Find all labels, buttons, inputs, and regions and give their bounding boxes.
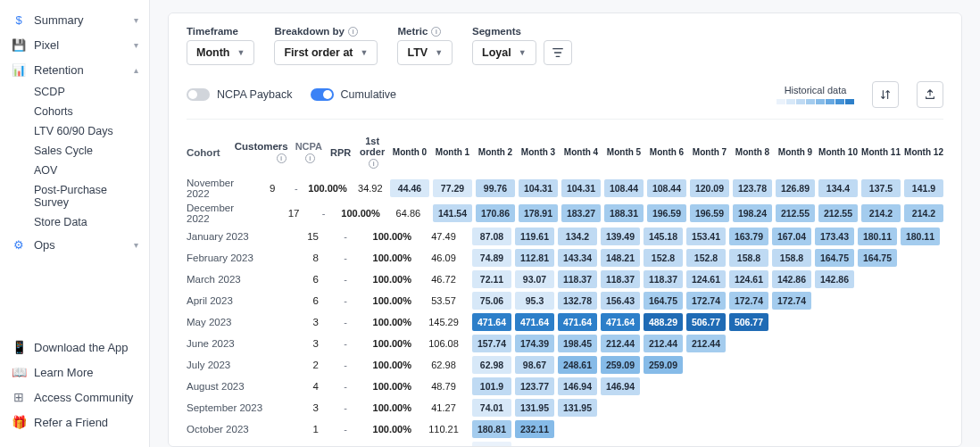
- heat-cell: 74.89: [472, 249, 511, 267]
- heat-cell: 75.06: [472, 292, 511, 310]
- col-month: Month 10: [818, 144, 858, 161]
- ncpa-payback-toggle[interactable]: NCPA Payback: [187, 88, 293, 101]
- heat-cell: 139.49: [601, 228, 640, 245]
- col-rpr: RPR: [322, 147, 356, 158]
- nav-icon: ⚙: [11, 236, 27, 252]
- heat-cell: 248.61: [558, 356, 597, 374]
- sidebar-sub-post-purchase-survey[interactable]: Post-Purchase Survey: [0, 180, 149, 212]
- cell-rpr: 100.00%: [363, 274, 417, 285]
- info-icon[interactable]: i: [305, 153, 315, 163]
- heat-cell: 123.78: [733, 179, 772, 197]
- sidebar-item-label: Access Community: [34, 391, 138, 404]
- sidebar-sub-ltv-60-90-days[interactable]: LTV 60/90 Days: [0, 121, 149, 141]
- heat-cell: 212.44: [644, 335, 683, 352]
- cell-ncpa: -: [328, 381, 363, 392]
- cell-m0: 46.72: [417, 274, 470, 285]
- heat-cell: 145.18: [644, 228, 683, 245]
- cell-customers: 17: [255, 208, 309, 219]
- table-row: December 2022 17 - 100.00% 64.86141.5417…: [187, 201, 943, 226]
- sidebar-item-label: Pixel: [34, 38, 134, 52]
- sort-icon: [879, 88, 892, 101]
- cohort-panel: Timeframe Month ▼ Breakdown by i First o…: [168, 12, 962, 447]
- heat-cell: 101.9: [472, 377, 511, 395]
- metric-dropdown[interactable]: LTV ▼: [397, 40, 453, 65]
- cell-ncpa: -: [308, 208, 338, 219]
- info-icon[interactable]: i: [431, 27, 441, 37]
- cell-customers: 3: [267, 317, 328, 327]
- timeframe-dropdown[interactable]: Month ▼: [187, 40, 254, 65]
- heat-cell: 471.64: [515, 313, 554, 331]
- segments-dropdown[interactable]: Loyal ▼: [472, 40, 536, 65]
- sidebar-link-refer-a-friend[interactable]: 🎁Refer a Friend: [0, 410, 149, 435]
- month-cells: 72.1193.07118.37118.37118.37124.61124.61…: [472, 270, 854, 288]
- cell-rpr: 100.00%: [363, 338, 417, 349]
- sidebar-link-access-community[interactable]: ⊞Access Community: [0, 385, 149, 410]
- sidebar-sub-cohorts[interactable]: Cohorts: [0, 102, 149, 121]
- sidebar-sub-aov[interactable]: AOV: [0, 161, 149, 180]
- cell-cohort: December 2022: [187, 203, 255, 224]
- heat-cell: 134.4: [818, 179, 858, 197]
- col-month: Month 4: [561, 144, 601, 161]
- breakdown-dropdown[interactable]: First order at ▼: [274, 40, 378, 65]
- sidebar-sub-store-data[interactable]: Store Data: [0, 212, 149, 232]
- breakdown-value: First order at: [284, 46, 353, 59]
- month-cells: 62.9898.67248.61259.09259.09: [472, 356, 683, 374]
- info-icon[interactable]: i: [277, 153, 287, 163]
- filter-segments-label: Segments: [472, 26, 572, 37]
- heat-cell: 198.24: [733, 204, 772, 222]
- cell-rpr: 100.00%: [363, 402, 417, 413]
- cell-customers: 9: [240, 183, 284, 194]
- cell-m0: 47.49: [417, 231, 470, 242]
- sidebar-item-ops[interactable]: ⚙ Ops ▾: [0, 232, 149, 257]
- cumulative-toggle[interactable]: Cumulative: [311, 88, 397, 101]
- heat-cell: 141.54: [433, 204, 472, 222]
- sidebar-item-pixel[interactable]: 💾 Pixel ▾: [0, 32, 149, 57]
- cell-m0: 46.09: [417, 252, 470, 263]
- cell-customers: 8: [267, 252, 328, 263]
- cell-ncpa: -: [328, 424, 363, 435]
- sidebar-item-retention[interactable]: 📊 Retention ▴: [0, 57, 149, 82]
- heat-cell: 506.77: [686, 313, 726, 331]
- cell-cohort: January 2023: [187, 231, 267, 242]
- info-icon[interactable]: i: [348, 27, 358, 37]
- more-filters-button[interactable]: [544, 40, 572, 65]
- sidebar-item-summary[interactable]: $ Summary ▾: [0, 7, 149, 32]
- cell-m0: 62.98: [417, 360, 470, 370]
- sidebar-link-download-the-app[interactable]: 📱Download the App: [0, 335, 149, 360]
- heat-cell: 488.29: [644, 313, 683, 331]
- table-row: April 2023 6 - 100.00% 53.5775.0695.3132…: [187, 290, 943, 311]
- info-icon[interactable]: i: [369, 159, 378, 169]
- heat-cell: 156.43: [601, 292, 640, 310]
- cell-customers: 3: [267, 402, 328, 413]
- cell-cohort: May 2023: [187, 317, 267, 327]
- cell-cohort: November 2022: [187, 178, 240, 199]
- sidebar-nav: $ Summary ▾💾 Pixel ▾📊 Retention ▴SCDPCoh…: [0, 7, 149, 335]
- cell-cohort: August 2023: [187, 381, 267, 392]
- sidebar: $ Summary ▾💾 Pixel ▾📊 Retention ▴SCDPCoh…: [0, 0, 150, 447]
- table-row: August 2023 4 - 100.00% 48.79101.9123.77…: [187, 376, 943, 397]
- sidebar-sub-sales-cycle[interactable]: Sales Cycle: [0, 141, 149, 161]
- cell-rpr: 100.00%: [363, 252, 417, 263]
- heat-cell: 0: [472, 442, 511, 447]
- heat-cell: 124.61: [729, 270, 768, 288]
- sidebar-sub-scdp[interactable]: SCDP: [0, 82, 149, 102]
- col-first-order: 1st orderi: [356, 136, 388, 169]
- month-cells: 471.64471.64471.64471.64488.29506.77506.…: [472, 313, 768, 331]
- heat-cell: 108.44: [647, 179, 686, 197]
- heat-cell: 259.09: [644, 356, 683, 374]
- table-row: March 2023 6 - 100.00% 46.7272.1193.0711…: [187, 269, 943, 290]
- month-cells: 0: [472, 442, 511, 447]
- nav-icon: 📊: [11, 62, 27, 78]
- heat-cell: 212.55: [776, 204, 815, 222]
- heat-cell: 152.8: [644, 249, 683, 267]
- col-month: Month 12: [904, 144, 943, 161]
- legend-title: Historical data: [785, 85, 847, 95]
- sidebar-link-learn-more[interactable]: 📖Learn More: [0, 360, 149, 385]
- heat-cell: 118.37: [644, 270, 683, 288]
- export-button[interactable]: [917, 81, 943, 108]
- heat-cell: 137.5: [861, 179, 901, 197]
- heat-cell: 134.2: [558, 228, 597, 245]
- sort-button[interactable]: [872, 81, 899, 108]
- heat-cell: 87.08: [472, 228, 511, 245]
- month-cells: 74.01131.95131.95: [472, 399, 597, 417]
